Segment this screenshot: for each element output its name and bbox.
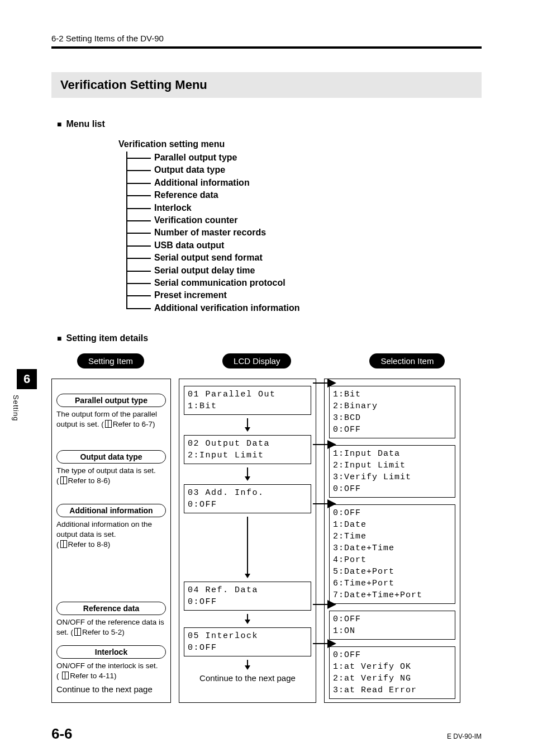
selection-box: 1:Input Data 2:Input Limit 3:Verify Limi… (329, 445, 455, 498)
setting-item-title: Reference data (56, 602, 166, 615)
header-rule (51, 46, 482, 49)
lcd-box: 01 Parallel Out 1:Bit (184, 386, 311, 415)
column-header-row: Setting Item LCD Display Selection Item (51, 353, 482, 368)
lcd-box: 04 Ref. Data 0:OFF (184, 582, 311, 611)
svg-marker-5 (245, 574, 250, 578)
tree-item: Parallel output type (137, 152, 482, 164)
setting-item-block: Output data type The type of output data… (56, 450, 166, 486)
setting-item-block: Parallel output type The output form of … (56, 394, 166, 429)
tree-item: Serial output send format (137, 252, 482, 264)
selection-item-column: 1:Bit 2:Binary 3:BCD 0:OFF 1:Input Data … (324, 379, 460, 703)
reference-icon (105, 420, 112, 428)
setting-item-desc: Additional information on the output dat… (56, 519, 166, 550)
lcd-display-column: 01 Parallel Out 1:Bit 02 Output Data 2:I… (179, 379, 316, 703)
continue-text: Continue to the next page (56, 684, 166, 694)
arrow-down-icon (184, 614, 311, 624)
tree-item: Additional verification information (137, 302, 482, 314)
tree-item: Verification counter (137, 214, 482, 226)
svg-marker-3 (245, 476, 250, 481)
pill-setting-item: Setting Item (77, 353, 144, 368)
tree-item: Serial output delay time (137, 264, 482, 277)
setting-item-title: Parallel output type (56, 394, 166, 407)
lcd-box: 05 Interlock 0:OFF (184, 627, 311, 656)
tree-item: USB data output (137, 239, 482, 252)
reference-icon (60, 476, 67, 484)
arrow-down-icon (184, 660, 311, 670)
menu-tree: Verification setting menu Parallel outpu… (118, 139, 482, 314)
arrow-down-icon (184, 418, 311, 432)
selection-box: 0:OFF 1:at Verify OK 2:at Verify NG 3:at… (329, 646, 455, 699)
chapter-side-label: Setting (12, 395, 20, 421)
setting-item-title: Interlock (56, 645, 166, 659)
setting-item-title: Output data type (56, 450, 166, 464)
tree-item: Additional information (137, 177, 482, 189)
setting-item-block: Interlock ON/OFF of the interlock is set… (56, 645, 166, 681)
setting-item-column: Parallel output type The output form of … (51, 379, 171, 703)
setting-item-block: Additional information Additional inform… (56, 504, 166, 550)
reference-icon (62, 672, 69, 679)
selection-box: 0:OFF 1:ON (329, 611, 455, 640)
tree-item: Serial communication protocol (137, 277, 482, 289)
tree-item: Number of master records (137, 226, 482, 239)
setting-item-title: Additional information (56, 504, 166, 517)
arrow-down-icon (184, 467, 311, 481)
subhead-details-text: Setting item details (66, 333, 148, 343)
setting-item-block: Reference data ON/OFF of the reference d… (56, 602, 166, 637)
reference-icon (74, 628, 81, 636)
selection-box: 1:Bit 2:Binary 3:BCD 0:OFF (329, 386, 455, 438)
subhead-details: ■Setting item details (57, 333, 482, 343)
square-bullet-icon: ■ (57, 334, 61, 343)
svg-marker-1 (245, 427, 250, 432)
lcd-box: 03 Add. Info. 0:OFF (184, 484, 311, 513)
breadcrumb: 6-2 Setting Items of the DV-90 (51, 34, 482, 43)
tree-item: Output data type (137, 164, 482, 176)
reference-icon (60, 540, 67, 548)
page-number: 6-6 (51, 725, 73, 743)
section-title: Verification Setting Menu (51, 72, 482, 98)
menu-tree-root: Verification setting menu (118, 139, 482, 149)
page-footer: 6-6 E DV-90-IM (51, 725, 482, 743)
arrow-down-icon (184, 517, 311, 578)
setting-item-desc: ON/OFF of the reference data is set. (Re… (56, 617, 166, 637)
details-columns: Parallel output type The output form of … (51, 379, 482, 703)
subhead-menu-list: ■Menu list (57, 119, 482, 129)
square-bullet-icon: ■ (57, 120, 61, 129)
pill-lcd-display: LCD Display (222, 353, 291, 368)
selection-box: 0:OFF 1:Date 2:Time 3:Date+Time 4:Port 5… (329, 504, 455, 604)
chapter-tab: 6 (17, 369, 37, 389)
setting-item-desc: The type of output data is set. (Refer t… (56, 466, 166, 486)
doc-code: E DV-90-IM (447, 733, 482, 740)
tree-item: Reference data (137, 189, 482, 201)
lcd-box: 02 Output Data 2:Input Limit (184, 435, 311, 464)
tree-item: Interlock (137, 202, 482, 214)
pill-selection-item: Selection Item (369, 353, 445, 368)
subhead-menu-list-text: Menu list (66, 119, 104, 129)
svg-marker-7 (245, 620, 250, 624)
setting-item-desc: ON/OFF of the interlock is set. ( Refer … (56, 661, 166, 681)
setting-item-desc: The output form of the parallel output i… (56, 409, 166, 429)
tree-item: Preset increment (137, 289, 482, 301)
svg-marker-9 (245, 665, 250, 670)
continue-text: Continue to the next page (184, 673, 311, 683)
